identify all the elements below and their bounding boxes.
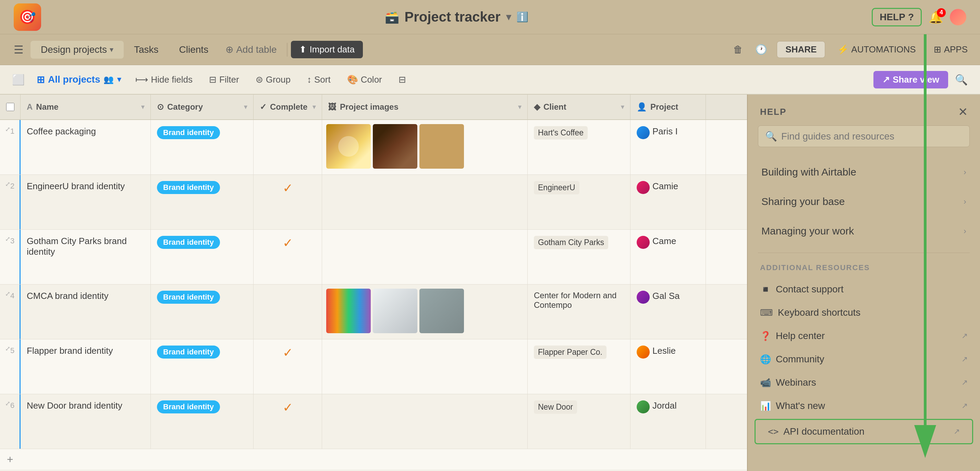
clients-label: Clients <box>179 44 209 55</box>
help-link-shortcuts[interactable]: ⌨ Keyboard shortcuts <box>748 301 980 324</box>
header-checkbox[interactable] <box>0 95 21 119</box>
add-row-button[interactable]: + <box>0 449 747 470</box>
tasks-tab[interactable]: Tasks <box>124 41 169 59</box>
automations-button[interactable]: ⚡ AUTOMATIONS <box>832 41 921 57</box>
assignee-name-3: Came <box>652 236 676 247</box>
title-info-icon[interactable]: ℹ️ <box>516 11 528 22</box>
assignee-name-4: Gal Sa <box>652 291 680 301</box>
cell-client-5: Flapper Paper Co. <box>528 339 630 394</box>
cell-images-3 <box>322 230 528 284</box>
table-row: ⤢ 3 Gotham City Parks brand identity Bra… <box>0 230 747 285</box>
sidebar-toggle-button[interactable]: ⬜ <box>7 70 30 89</box>
help-link-community[interactable]: 🌐 Community ↗ <box>748 348 980 371</box>
project-col-label: Project <box>651 102 678 112</box>
sort-button[interactable]: ↕ Sort <box>299 71 338 88</box>
hamburger-button[interactable]: ☰ <box>7 40 30 60</box>
help-item-building-label: Building with Airtable <box>761 166 856 178</box>
row-expand-icon-6[interactable]: ⤢ <box>5 400 10 407</box>
trash-button[interactable]: 🗑 <box>730 41 746 58</box>
title-dropdown-icon[interactable]: ▾ <box>506 11 511 22</box>
community-ext-icon: ↗ <box>961 355 968 364</box>
header-complete[interactable]: ✓ Complete ▾ <box>254 95 322 119</box>
automations-label: AUTOMATIONS <box>851 44 916 55</box>
assignee-avatar-3 <box>636 236 650 249</box>
category-col-label: Category <box>167 102 203 112</box>
cell-images-1 <box>322 120 528 175</box>
cell-category-6: Brand identity <box>151 394 254 449</box>
header-name[interactable]: A Name ▾ <box>21 95 151 119</box>
table-container: A Name ▾ ⊙ Category ▾ ✓ Complete ▾ 🖼 Pro… <box>0 95 747 471</box>
view-dropdown-arrow: ▾ <box>117 75 121 84</box>
row-expand-icon-4[interactable]: ⤢ <box>5 290 10 298</box>
apidocs-label: API documentation <box>783 426 864 437</box>
import-data-button[interactable]: ⬆ Import data <box>291 41 363 58</box>
select-all-checkbox[interactable] <box>6 103 14 111</box>
header-client[interactable]: ◆ Client ▾ <box>528 95 630 119</box>
help-link-helpcenter[interactable]: ❓ Help center ↗ <box>748 324 980 348</box>
cell-name-2: EngineerU brand identity <box>21 175 151 229</box>
row-expand-icon[interactable]: ⤢ <box>5 126 10 133</box>
group-icon: ⊜ <box>256 75 263 85</box>
filter-label: Filter <box>219 75 239 85</box>
project-image-4b <box>373 289 417 333</box>
project-image-1b <box>373 124 417 169</box>
shortcuts-label: Keyboard shortcuts <box>778 307 861 318</box>
cell-category-3: Brand identity <box>151 230 254 284</box>
header-category[interactable]: ⊙ Category ▾ <box>151 95 254 119</box>
row-expand-icon-3[interactable]: ⤢ <box>5 235 10 243</box>
help-link-support[interactable]: ◾ Contact support <box>748 278 980 301</box>
help-item-sharing[interactable]: Sharing your base › <box>751 187 977 216</box>
row-expand-icon-2[interactable]: ⤢ <box>5 180 10 188</box>
table-row: ⤢ 6 New Door brand identity Brand identi… <box>0 394 747 449</box>
help-close-button[interactable]: ✕ <box>958 105 968 119</box>
row-height-button[interactable]: ⊟ <box>391 71 414 88</box>
help-link-webinars[interactable]: 📹 Webinars ↗ <box>748 371 980 394</box>
help-link-apidocs[interactable]: <> API documentation ↗ <box>754 419 973 444</box>
checkmark-2: ✓ <box>283 181 293 196</box>
notifications-button[interactable]: 🔔 4 <box>929 10 943 24</box>
client-name-6: New Door <box>534 400 577 414</box>
apps-button[interactable]: ⊞ APPS <box>928 41 973 57</box>
filter-button[interactable]: ⊟ Filter <box>202 71 247 88</box>
checkmark-3: ✓ <box>283 236 293 250</box>
share-label: SHARE <box>785 44 816 54</box>
row-name-5: Flapper brand identity <box>27 345 113 356</box>
share-button[interactable]: SHARE <box>777 41 825 58</box>
table-search-button[interactable]: 🔍 <box>950 70 973 89</box>
second-nav: ☰ Design projects ▾ Tasks Clients ⊕ Add … <box>0 34 980 65</box>
history-button[interactable]: 🕐 <box>752 41 770 58</box>
app-title: Project tracker <box>405 9 501 25</box>
view-selector[interactable]: ⊞ All projects 👥 ▾ <box>31 71 126 89</box>
name-sort-arrow: ▾ <box>141 103 144 111</box>
row-expand-icon-5[interactable]: ⤢ <box>5 345 10 352</box>
help-search-area[interactable]: 🔍 <box>758 126 970 147</box>
cell-images-5 <box>322 339 528 394</box>
table-header: A Name ▾ ⊙ Category ▾ ✓ Complete ▾ 🖼 Pro… <box>0 95 747 120</box>
user-avatar[interactable] <box>950 9 966 25</box>
help-link-whatsnew[interactable]: 📊 What's new ↗ <box>748 394 980 417</box>
webinars-icon: 📹 <box>760 377 771 388</box>
design-projects-label: Design projects <box>41 44 107 55</box>
color-button[interactable]: 🎨 Color <box>340 71 390 88</box>
assignee-avatar-1 <box>636 126 650 139</box>
help-button[interactable]: HELP ? <box>872 8 922 26</box>
whatsnew-label: What's new <box>776 400 825 411</box>
design-projects-tab[interactable]: Design projects ▾ <box>30 41 124 59</box>
clients-tab[interactable]: Clients <box>169 41 219 59</box>
share-view-button[interactable]: ↗ Share view <box>873 71 948 88</box>
add-table-button[interactable]: ⊕ Add table <box>219 40 283 59</box>
help-search-input[interactable] <box>781 131 963 142</box>
notif-badge: 4 <box>937 8 946 17</box>
header-project[interactable]: 👤 Project <box>630 95 706 119</box>
header-images[interactable]: 🖼 Project images ▾ <box>322 95 528 119</box>
color-label: Color <box>361 75 382 85</box>
row-name-4: CMCA brand identity <box>27 291 108 301</box>
help-item-building[interactable]: Building with Airtable › <box>751 158 977 187</box>
row-num-label-2: 2 <box>10 182 14 191</box>
help-main-items: Building with Airtable › Sharing your ba… <box>748 158 980 246</box>
group-button[interactable]: ⊜ Group <box>248 71 298 88</box>
table-body: ⤢ 1 Coffee packaging Brand identity <box>0 120 747 471</box>
images-sort-arrow: ▾ <box>518 103 521 111</box>
help-item-managing[interactable]: Managing your work › <box>751 216 977 246</box>
hide-fields-button[interactable]: ⟼ Hide fields <box>128 71 200 88</box>
